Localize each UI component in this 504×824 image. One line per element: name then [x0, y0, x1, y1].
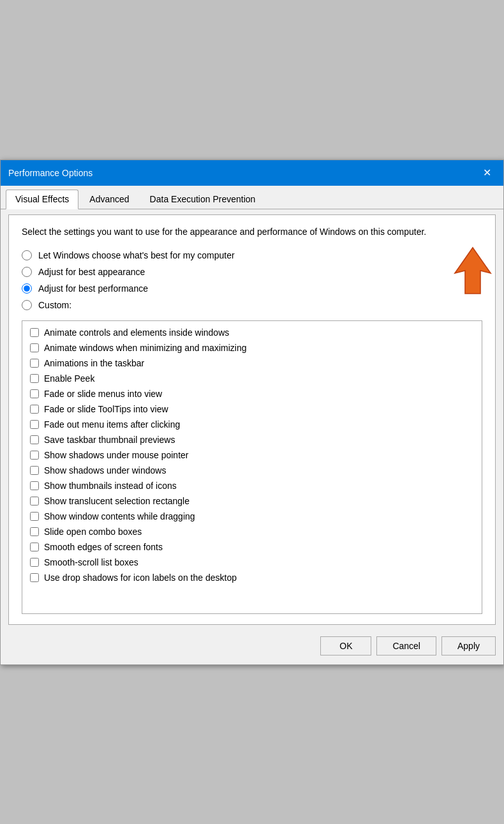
- checkbox-shadows-windows-input[interactable]: [30, 466, 39, 475]
- checkbox-smooth-edges-fonts-input[interactable]: [30, 543, 39, 551]
- apply-button[interactable]: Apply: [441, 636, 496, 655]
- checkbox-shadows-mouse[interactable]: Show shadows under mouse pointer: [29, 447, 475, 463]
- checkbox-smooth-edges-fonts[interactable]: Smooth edges of screen fonts: [29, 539, 475, 555]
- checkbox-slide-combo-boxes[interactable]: Slide open combo boxes: [29, 524, 475, 539]
- checkbox-fade-tooltips[interactable]: Fade or slide ToolTips into view: [29, 401, 475, 417]
- checkbox-translucent-selection-label: Show translucent selection rectangle: [44, 496, 189, 506]
- close-button[interactable]: ✕: [478, 164, 496, 182]
- checkbox-animations-taskbar-input[interactable]: [30, 359, 39, 368]
- checkbox-smooth-scroll-list[interactable]: Smooth-scroll list boxes: [29, 555, 475, 570]
- checkbox-drop-shadows-icons-label: Use drop shadows for icon labels on the …: [44, 573, 237, 583]
- checkbox-window-contents-dragging-label: Show window contents while dragging: [44, 511, 195, 521]
- checkbox-shadows-windows[interactable]: Show shadows under windows: [29, 463, 475, 478]
- checkbox-show-thumbnails[interactable]: Show thumbnails instead of icons: [29, 478, 475, 493]
- checkbox-fade-menu-items-label: Fade out menu items after clicking: [44, 419, 180, 430]
- radio-option-best-appearance[interactable]: Adjust for best appearance: [22, 267, 482, 277]
- checkbox-animate-controls-input[interactable]: [30, 328, 39, 337]
- radio-best-appearance-label: Adjust for best appearance: [38, 267, 145, 277]
- checkbox-translucent-selection[interactable]: Show translucent selection rectangle: [29, 493, 475, 509]
- tab-bar: Visual Effects Advanced Data Execution P…: [1, 186, 503, 209]
- tab-data-execution-prevention[interactable]: Data Execution Prevention: [140, 190, 265, 209]
- checkbox-slide-combo-boxes-input[interactable]: [30, 527, 39, 536]
- checkbox-enable-peek[interactable]: Enable Peek: [29, 371, 475, 386]
- checkbox-shadows-windows-label: Show shadows under windows: [44, 465, 166, 476]
- checkbox-save-taskbar-thumbnails-label: Save taskbar thumbnail previews: [44, 435, 175, 445]
- tab-visual-effects[interactable]: Visual Effects: [6, 190, 78, 209]
- radio-option-custom[interactable]: Custom:: [22, 300, 482, 310]
- radio-best-performance-label: Adjust for best performance: [38, 283, 148, 294]
- checkbox-animate-controls-label: Animate controls and elements inside win…: [44, 327, 229, 338]
- checkbox-animate-controls[interactable]: Animate controls and elements inside win…: [29, 325, 475, 340]
- checkbox-animations-taskbar[interactable]: Animations in the taskbar: [29, 356, 475, 371]
- checkbox-slide-combo-boxes-label: Slide open combo boxes: [44, 527, 142, 537]
- radio-option-let-windows[interactable]: Let Windows choose what's best for my co…: [22, 250, 482, 260]
- ok-button[interactable]: OK: [320, 636, 371, 655]
- checkbox-animate-windows[interactable]: Animate windows when minimizing and maxi…: [29, 340, 475, 356]
- checkbox-smooth-edges-fonts-label: Smooth edges of screen fonts: [44, 542, 163, 552]
- radio-let-windows[interactable]: [22, 250, 32, 260]
- tab-advanced[interactable]: Advanced: [80, 190, 138, 209]
- checkbox-shadows-mouse-input[interactable]: [30, 451, 39, 460]
- checkbox-shadows-mouse-label: Show shadows under mouse pointer: [44, 450, 188, 460]
- checkbox-fade-tooltips-label: Fade or slide ToolTips into view: [44, 404, 168, 414]
- custom-checkbox-list: Animate controls and elements inside win…: [22, 320, 482, 614]
- checkbox-fade-menu-items-input[interactable]: [30, 420, 39, 429]
- description-text: Select the settings you want to use for …: [22, 225, 482, 239]
- title-bar: Performance Options ✕: [1, 160, 503, 186]
- radio-custom[interactable]: [22, 300, 32, 310]
- checkbox-window-contents-dragging-input[interactable]: [30, 512, 39, 521]
- checkbox-enable-peek-label: Enable Peek: [44, 373, 94, 384]
- radio-best-performance[interactable]: [22, 283, 32, 294]
- checkbox-save-taskbar-thumbnails[interactable]: Save taskbar thumbnail previews: [29, 432, 475, 447]
- checkbox-fade-menus-input[interactable]: [30, 389, 39, 398]
- radio-custom-label: Custom:: [38, 300, 71, 310]
- checkbox-animations-taskbar-label: Animations in the taskbar: [44, 358, 144, 368]
- window-title: Performance Options: [8, 168, 93, 178]
- checkbox-save-taskbar-thumbnails-input[interactable]: [30, 435, 39, 444]
- checkbox-fade-tooltips-input[interactable]: [30, 405, 39, 414]
- checkbox-fade-menus[interactable]: Fade or slide menus into view: [29, 386, 475, 401]
- checkbox-animate-windows-input[interactable]: [30, 343, 39, 352]
- checkbox-fade-menus-label: Fade or slide menus into view: [44, 389, 162, 399]
- checkbox-smooth-scroll-list-label: Smooth-scroll list boxes: [44, 557, 138, 567]
- radio-best-appearance[interactable]: [22, 267, 32, 277]
- checkbox-enable-peek-input[interactable]: [30, 374, 39, 383]
- radio-group: Let Windows choose what's best for my co…: [22, 250, 482, 310]
- checkbox-translucent-selection-input[interactable]: [30, 497, 39, 506]
- footer-buttons: OK Cancel Apply: [1, 630, 503, 664]
- checkbox-smooth-scroll-list-input[interactable]: [30, 558, 39, 567]
- checkbox-drop-shadows-icons-input[interactable]: [30, 573, 39, 582]
- performance-options-window: Performance Options ✕ Visual Effects Adv…: [0, 160, 504, 665]
- checkbox-window-contents-dragging[interactable]: Show window contents while dragging: [29, 509, 475, 524]
- cancel-button[interactable]: Cancel: [376, 636, 436, 655]
- checkbox-show-thumbnails-label: Show thumbnails instead of icons: [44, 481, 177, 491]
- checkbox-drop-shadows-icons[interactable]: Use drop shadows for icon labels on the …: [29, 570, 475, 585]
- checkbox-animate-windows-label: Animate windows when minimizing and maxi…: [44, 343, 246, 353]
- main-content: Select the settings you want to use for …: [8, 214, 496, 625]
- checkbox-fade-menu-items[interactable]: Fade out menu items after clicking: [29, 417, 475, 432]
- checkbox-show-thumbnails-input[interactable]: [30, 481, 39, 490]
- radio-option-best-performance[interactable]: Adjust for best performance: [22, 283, 482, 294]
- radio-let-windows-label: Let Windows choose what's best for my co…: [38, 250, 235, 260]
